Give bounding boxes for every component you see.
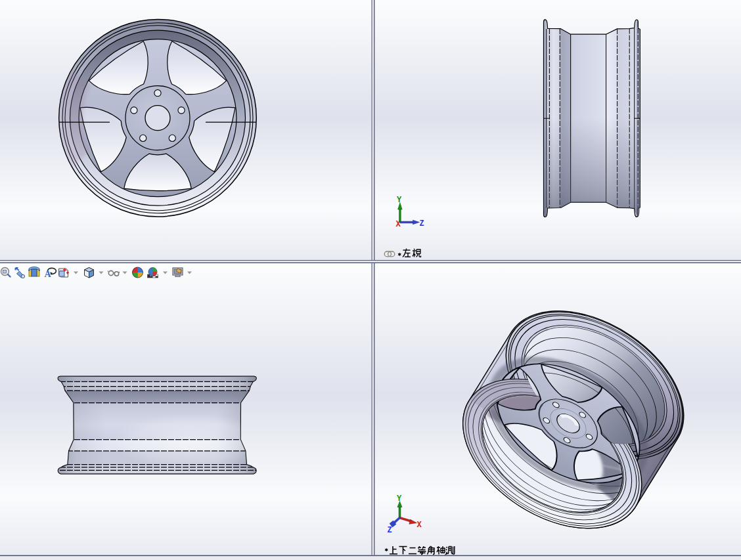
svg-text:Z: Z	[420, 219, 424, 228]
svg-text:X: X	[417, 521, 422, 530]
svg-text:Y: Y	[397, 196, 402, 205]
svg-text:A: A	[45, 269, 52, 279]
svg-text:Z: Z	[388, 526, 392, 535]
svg-text:Y: Y	[397, 494, 402, 504]
